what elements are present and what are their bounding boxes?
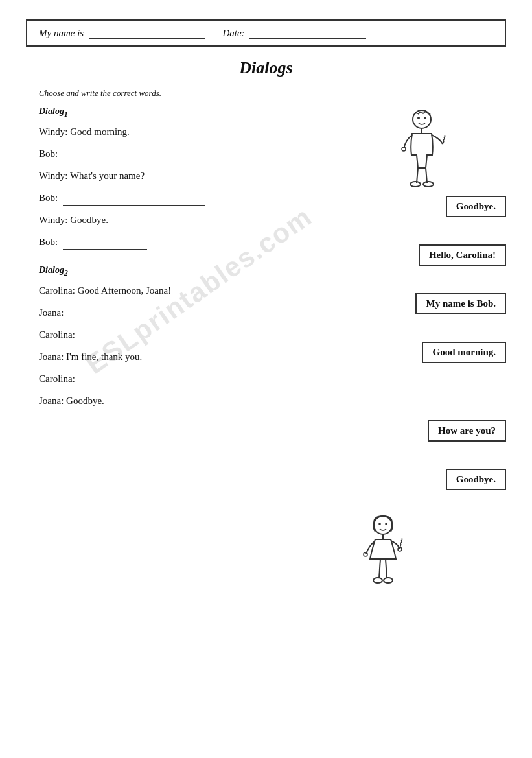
windy-text-1: Good morning. [70, 126, 130, 137]
svg-point-6 [423, 182, 434, 187]
girl-character-icon [357, 514, 409, 598]
wordbox-goodbye2: Goodbye. [446, 469, 506, 490]
wordbox-my-name-bob-wrapper: My name is Bob. [415, 293, 506, 318]
svg-point-7 [417, 117, 420, 119]
svg-point-17 [378, 523, 381, 525]
carolina-text-1: Good Afternoon, Joana! [78, 285, 172, 296]
dialog2-line4: Joana: I'm fine, thank you. [39, 349, 338, 364]
svg-line-13 [379, 559, 380, 578]
boy-character-icon [396, 106, 448, 191]
left-column: Dialog1 Windy: Good morning. Bob: Windy:… [26, 106, 338, 598]
svg-point-8 [424, 117, 426, 119]
date-label: Date: [222, 28, 244, 38]
dialog2-label: Dialog2 [39, 265, 338, 278]
windy-text-2: What's your name? [70, 171, 145, 181]
name-label: My name is [39, 28, 84, 38]
svg-point-18 [385, 523, 387, 525]
svg-point-5 [410, 182, 421, 187]
windy-speaker-1: Windy: [39, 126, 67, 137]
dialog2-line5: Carolina: [39, 371, 338, 386]
svg-line-14 [386, 559, 387, 578]
joana-text-2: Goodbye. [66, 396, 104, 406]
bob-answer-2[interactable] [63, 194, 205, 206]
dialog1-line2: Bob: [39, 146, 338, 161]
joana-text-1: I'm fine, thank you. [66, 351, 142, 362]
dialog2-line1: Carolina: Good Afternoon, Joana! [39, 283, 338, 298]
carolina-speaker-1: Carolina: [39, 285, 75, 296]
carolina-speaker-3: Carolina: [39, 373, 75, 384]
wordbox-my-name-bob: My name is Bob. [415, 293, 506, 314]
joana-speaker-2: Joana: [39, 351, 64, 362]
dialog1-section: Dialog1 Windy: Good morning. Bob: Windy:… [26, 106, 338, 250]
joana-speaker-1: Joana: [39, 307, 64, 318]
dialog2-line3: Carolina: [39, 327, 338, 342]
dialog2-section: Dialog2 Carolina: Good Afternoon, Joana!… [26, 265, 338, 409]
dialog2-line2: Joana: [39, 305, 338, 320]
wordbox-hello-carolina: Hello, Carolina! [419, 244, 506, 266]
page-title: Dialogs [26, 58, 506, 78]
wordbox-hello-carolina-wrapper: Hello, Carolina! [419, 244, 506, 270]
svg-point-12 [364, 552, 367, 556]
dialog1-line5: Windy: Goodbye. [39, 212, 338, 228]
instructions: Choose and write the correct words. [39, 88, 506, 99]
wordbox-goodbye: Goodbye. [446, 196, 506, 217]
joana-speaker-3: Joana: [39, 396, 64, 406]
wordbox-good-morning-wrapper: Good morning. [422, 342, 506, 367]
carolina-answer-1[interactable] [80, 331, 184, 342]
dialog2-line6: Joana: Goodbye. [39, 393, 338, 409]
joana-answer-1[interactable] [69, 309, 172, 320]
svg-line-4 [426, 168, 427, 183]
header-box: My name is Date: [26, 19, 506, 47]
svg-point-15 [373, 578, 382, 583]
wordbox-good-morning: Good morning. [422, 342, 506, 363]
carolina-speaker-2: Carolina: [39, 329, 75, 340]
dialog1-line1: Windy: Good morning. [39, 124, 338, 139]
windy-text-3: Goodbye. [70, 215, 108, 225]
wordbox-goodbye2-wrapper: Goodbye. [446, 469, 506, 494]
wordbox-goodbye-wrapper: Goodbye. [446, 196, 506, 221]
name-field[interactable] [89, 27, 205, 39]
svg-point-16 [384, 578, 393, 583]
dialog1-line3: Windy: What's your name? [39, 168, 338, 184]
svg-line-3 [417, 168, 418, 183]
dialog1-line4: Bob: [39, 190, 338, 206]
wordbox-how-are-you: How are you? [428, 420, 506, 442]
svg-point-9 [374, 516, 392, 534]
dialog1-line6: Bob: [39, 234, 338, 250]
carolina-answer-2[interactable] [80, 375, 165, 386]
windy-speaker-3: Windy: [39, 215, 67, 225]
dialog1-label: Dialog1 [39, 106, 338, 119]
windy-speaker-2: Windy: [39, 171, 67, 181]
bob-speaker-3: Bob: [39, 237, 58, 247]
date-field[interactable] [249, 27, 366, 39]
bob-answer-1[interactable] [63, 150, 205, 161]
wordbox-how-are-you-wrapper: How are you? [428, 420, 506, 445]
bob-speaker-2: Bob: [39, 193, 58, 203]
right-column: Goodbye. Hello, Carolina! My name is Bob… [338, 106, 506, 598]
bob-answer-3[interactable] [63, 238, 147, 250]
bob-speaker-1: Bob: [39, 148, 58, 159]
